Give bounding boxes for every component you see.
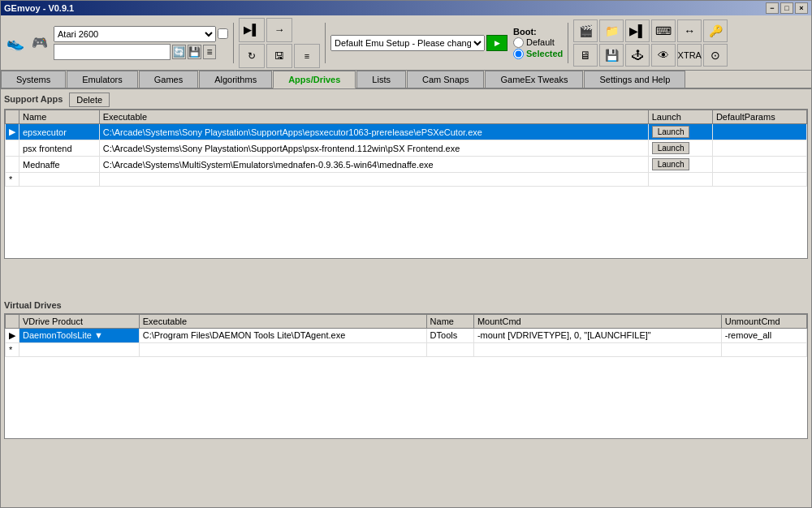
content-area: Support Apps Delete Name Executable Laun… — [1, 89, 811, 507]
action-buttons: 🎬 📁 ▶▌ ⌨ ↔ 🔑 🖥 💾 🕹 👁 XTRA ⊙ — [573, 19, 752, 67]
col-name: Name — [19, 110, 100, 124]
monitor-btn[interactable]: ▶▌ — [625, 19, 650, 42]
row-name: psx frontend — [19, 140, 100, 157]
window-title: GEmvoy - V0.9.1 — [4, 3, 74, 13]
boot-label: Boot: — [513, 27, 563, 37]
row-executable: C:\Arcade\Systems\Sony Playstation\Suppo… — [99, 124, 648, 140]
boot-selected-radio[interactable] — [513, 49, 524, 59]
eye-btn[interactable]: 👁 — [651, 44, 676, 67]
virtual-drives-header: Virtual Drives — [4, 300, 808, 312]
vd-row-new-unmountcmd — [721, 342, 806, 356]
row-executable: C:\Arcade\Systems\MultiSystem\Emulators\… — [99, 157, 648, 173]
terminal-btn[interactable]: ▶▌ — [239, 18, 265, 42]
launch-btn-3[interactable]: Launch — [652, 158, 690, 170]
row-launch: Launch — [648, 140, 712, 157]
system-checkbox[interactable] — [218, 28, 228, 39]
tab-algorithms[interactable]: Algorithms — [199, 71, 272, 88]
virtual-drives-thead: VDrive Product Executable Name MountCmd … — [6, 314, 807, 328]
boot-default-radio[interactable] — [513, 37, 524, 48]
boot-default-label: Default — [526, 37, 555, 47]
controller-btn[interactable]: 🕹 — [625, 44, 650, 67]
refresh-btn[interactable]: ↻ — [239, 44, 265, 68]
tabs-bar: Systems Emulators Games Algorithms Apps/… — [1, 71, 811, 89]
support-apps-header: Support Apps Delete — [4, 93, 808, 107]
arrow-btn[interactable]: → — [266, 18, 292, 42]
keyboard-btn[interactable]: ⌨ — [651, 19, 676, 42]
tab-systems[interactable]: Systems — [1, 71, 66, 88]
arrows-btn[interactable]: ↔ — [677, 19, 702, 42]
separator-2 — [325, 23, 326, 63]
vd-row-unmountcmd: -remove_all — [721, 328, 806, 342]
col-launch: Launch — [648, 110, 712, 124]
separator-1 — [233, 23, 234, 63]
main-window: GEmvoy - V0.9.1 − □ × 👟 🎮 Atari 2600 — [0, 0, 812, 508]
search-btn-3[interactable]: ≡ — [203, 45, 216, 59]
emu-setup-row: Default Emu Setup - Please change ▶ — [330, 35, 508, 51]
virtual-drives-table: VDrive Product Executable Name MountCmd … — [5, 314, 807, 357]
launch-btn-2[interactable]: Launch — [652, 142, 690, 154]
row-launch: Launch — [648, 124, 712, 140]
tab-cam-snaps[interactable]: Cam Snaps — [407, 71, 484, 88]
col-defaultparams: DefaultParams — [712, 110, 806, 124]
delete-button[interactable]: Delete — [69, 93, 110, 107]
display-btn[interactable]: 🖥 — [573, 44, 598, 67]
table-row[interactable]: psx frontend C:\Arcade\Systems\Sony Play… — [6, 140, 807, 157]
row-new-marker: * — [6, 173, 19, 187]
virtual-drives-tbody: ▶ DaemonToolsLite ▼ C:\Program Files\DAE… — [6, 328, 807, 356]
menu-btn[interactable]: ≡ — [294, 44, 320, 68]
support-apps-section: Support Apps Delete Name Executable Laun… — [4, 93, 808, 297]
save-btn[interactable]: 🖫 — [266, 44, 292, 68]
boot-selected-label: Selected — [526, 49, 563, 58]
row-new-params — [712, 173, 806, 187]
table-row[interactable]: ▶ epsxecutor C:\Arcade\Systems\Sony Play… — [6, 124, 807, 140]
circle-btn[interactable]: ⊙ — [703, 44, 728, 67]
minimize-button[interactable]: − — [766, 2, 779, 14]
virtual-drives-label: Virtual Drives — [4, 300, 62, 310]
emu-green-btn[interactable]: ▶ — [486, 35, 508, 51]
table-row[interactable]: Mednaffe C:\Arcade\Systems\MultiSystem\E… — [6, 157, 807, 173]
vd-row-mountcmd: -mount [VDRIVETYPE], 0, "[LAUNCHFILE]" — [473, 328, 721, 342]
vd-col-executable: Executable — [139, 314, 426, 328]
boot-area: Boot: Default Selected — [513, 27, 563, 59]
tab-settings-help[interactable]: Settings and Help — [584, 71, 685, 88]
system-dropdown[interactable]: Atari 2600 — [54, 26, 216, 42]
vd-col-name: Name — [426, 314, 473, 328]
row-new-launch — [648, 173, 712, 187]
maximize-button[interactable]: □ — [780, 2, 793, 14]
close-button[interactable]: × — [795, 2, 808, 14]
vd-row-new-mountcmd — [473, 342, 721, 356]
tab-games[interactable]: Games — [139, 71, 198, 88]
film-btn[interactable]: 🎬 — [573, 19, 598, 42]
search-btn-1[interactable]: 🔄 — [172, 45, 186, 59]
support-apps-header-row: Name Executable Launch DefaultParams — [6, 110, 807, 124]
table-row-new[interactable]: * — [6, 173, 807, 187]
system-select-row: Atari 2600 — [54, 26, 228, 42]
emu-dropdown[interactable]: Default Emu Setup - Please change — [330, 35, 485, 51]
folder-btn[interactable]: 📁 — [599, 19, 624, 42]
row-new-name — [19, 173, 100, 187]
vd-row-arrow: ▶ — [6, 328, 19, 342]
virtual-drives-header-row: VDrive Product Executable Name MountCmd … — [6, 314, 807, 328]
vd-row-new-marker: * — [6, 342, 19, 356]
row-name: epsxecutor — [19, 124, 100, 140]
support-apps-thead: Name Executable Launch DefaultParams — [6, 110, 807, 124]
boot-default-row: Default — [513, 37, 563, 48]
tab-gameex-tweaks[interactable]: GameEx Tweaks — [485, 71, 583, 88]
camera-btn[interactable]: XTRA — [677, 44, 702, 67]
row-arrow — [6, 140, 19, 157]
col-arrow — [6, 110, 19, 124]
disk-btn[interactable]: 💾 — [599, 44, 624, 67]
key-btn[interactable]: 🔑 — [703, 19, 728, 42]
vd-row-new-vdrive — [19, 342, 140, 356]
vd-col-mountcmd: MountCmd — [473, 314, 721, 328]
tab-emulators[interactable]: Emulators — [67, 71, 138, 88]
search-btn-2[interactable]: 💾 — [188, 45, 201, 59]
virtual-drives-table-container: VDrive Product Executable Name MountCmd … — [4, 313, 808, 439]
tab-apps-drives[interactable]: Apps/Drives — [273, 71, 356, 88]
vd-row-vdrive: DaemonToolsLite ▼ — [19, 328, 140, 342]
launch-btn-1[interactable]: Launch — [652, 126, 690, 138]
search-input[interactable] — [54, 44, 171, 60]
table-row[interactable]: ▶ DaemonToolsLite ▼ C:\Program Files\DAE… — [6, 328, 807, 342]
tab-lists[interactable]: Lists — [356, 71, 406, 88]
table-row-new[interactable]: * — [6, 342, 807, 356]
